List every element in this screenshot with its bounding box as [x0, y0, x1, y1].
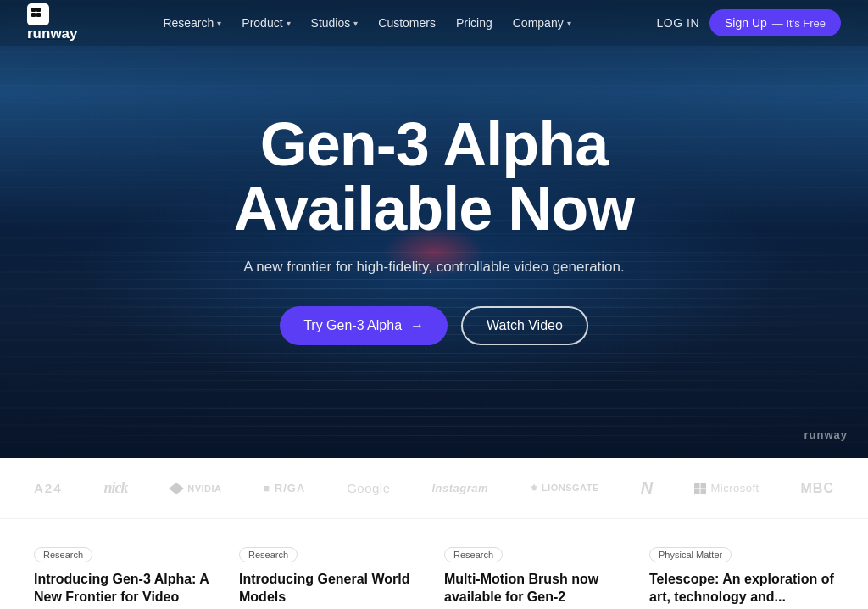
- svg-rect-1: [36, 8, 41, 12]
- chevron-down-icon: ▾: [287, 19, 291, 28]
- card-tag-0: Research: [34, 547, 92, 562]
- card-title-2: Multi-Motion Brush now available for Gen…: [444, 571, 629, 606]
- logo-rga: ■ R/GA: [263, 482, 305, 494]
- signup-button[interactable]: Sign Up — It's Free: [709, 9, 841, 36]
- nav-item-research[interactable]: Research ▾: [154, 11, 230, 35]
- svg-rect-2: [31, 13, 36, 17]
- logo-instagram: Instagram: [431, 482, 488, 494]
- card-tag-2: Research: [444, 547, 503, 562]
- arrow-right-icon: →: [410, 318, 424, 333]
- nav-item-customers[interactable]: Customers: [370, 11, 444, 35]
- hero-content: Gen-3 Alpha Available Now A new frontier…: [234, 113, 634, 344]
- logo-new-balance: N: [641, 478, 654, 498]
- svg-rect-4: [694, 483, 700, 489]
- hero-watermark: runway: [804, 428, 848, 441]
- hero-subtitle: A new frontier for high-fidelity, contro…: [234, 259, 634, 276]
- logo-nvidia: NVIDIA: [169, 483, 221, 494]
- logo-a24: A24: [34, 481, 63, 495]
- logo[interactable]: runway: [27, 3, 78, 42]
- logo-microsoft: Microsoft: [694, 482, 759, 494]
- nav-item-product[interactable]: Product ▾: [233, 11, 298, 35]
- nav-item-studios[interactable]: Studios ▾: [303, 11, 367, 35]
- card-0[interactable]: Research Introducing Gen-3 Alpha: A New …: [34, 546, 219, 609]
- card-3[interactable]: Physical Matter Telescope: An exploratio…: [649, 546, 834, 609]
- card-tag-3: Physical Matter: [649, 547, 732, 562]
- logo-icon: [27, 3, 49, 25]
- nav-item-pricing[interactable]: Pricing: [448, 11, 501, 35]
- nav-right: LOG IN Sign Up — It's Free: [657, 9, 841, 36]
- card-2[interactable]: Research Multi-Motion Brush now availabl…: [444, 546, 629, 609]
- nav-links: Research ▾ Product ▾ Studios ▾ Customers…: [154, 11, 579, 35]
- logo-nick: nick: [103, 479, 127, 497]
- logo-lionsgate: ⚜ LIONSGATE: [530, 483, 599, 494]
- chevron-down-icon: ▾: [567, 19, 571, 28]
- logo-google: Google: [347, 481, 390, 495]
- nav-item-company[interactable]: Company ▾: [504, 11, 580, 35]
- chevron-down-icon: ▾: [217, 19, 221, 28]
- svg-rect-3: [36, 13, 41, 17]
- hero-section: Gen-3 Alpha Available Now A new frontier…: [0, 0, 868, 458]
- card-title-0: Introducing Gen-3 Alpha: A New Frontier …: [34, 571, 219, 609]
- cards-section: Research Introducing Gen-3 Alpha: A New …: [0, 519, 868, 609]
- hero-title: Gen-3 Alpha Available Now: [234, 113, 634, 241]
- svg-rect-6: [694, 489, 700, 494]
- navbar: runway Research ▾ Product ▾ Studios ▾ Cu…: [0, 0, 868, 46]
- svg-rect-5: [701, 483, 707, 489]
- logo-mbc: MBC: [801, 481, 834, 496]
- card-tag-1: Research: [239, 547, 298, 562]
- logos-bar: A24 nick NVIDIA ■ R/GA Google Instagram …: [0, 458, 868, 519]
- svg-rect-0: [31, 8, 36, 12]
- card-1[interactable]: Research Introducing General World Model…: [239, 546, 424, 609]
- card-title-3: Telescope: An exploration of art, techno…: [649, 571, 834, 606]
- card-title-1: Introducing General World Models: [239, 571, 424, 606]
- logo-text: runway: [27, 25, 78, 42]
- chevron-down-icon: ▾: [353, 19, 358, 28]
- try-gen3-button[interactable]: Try Gen-3 Alpha →: [280, 306, 448, 345]
- watch-video-button[interactable]: Watch Video: [461, 306, 588, 345]
- svg-rect-7: [701, 489, 707, 494]
- login-button[interactable]: LOG IN: [657, 16, 699, 30]
- hero-buttons: Try Gen-3 Alpha → Watch Video: [234, 306, 634, 345]
